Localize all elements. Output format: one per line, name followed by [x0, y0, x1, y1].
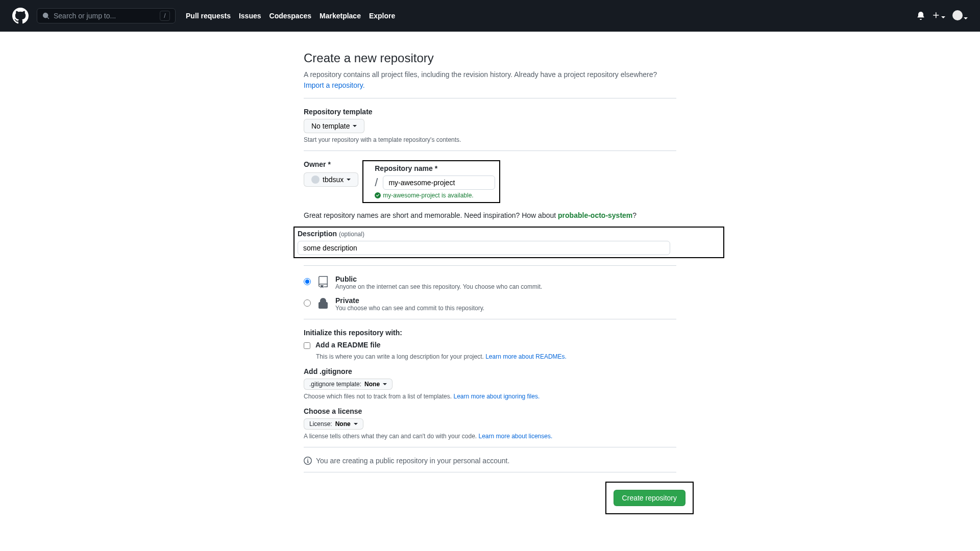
info-message: You are creating a public repository in … — [304, 457, 676, 465]
user-menu[interactable] — [952, 10, 968, 22]
bell-icon[interactable] — [917, 12, 925, 20]
gitignore-learn-link[interactable]: Learn more about ignoring files. — [453, 393, 540, 400]
license-select[interactable]: License: None — [304, 418, 363, 430]
divider — [304, 265, 676, 266]
init-heading: Initialize this repository with: — [304, 329, 676, 337]
owner-label: Owner * — [304, 160, 358, 168]
nav-links: Pull requests Issues Codespaces Marketpl… — [186, 12, 395, 20]
license-label: Choose a license — [304, 407, 676, 415]
name-suggestion[interactable]: probable-octo-system — [558, 211, 632, 219]
lock-icon — [317, 297, 329, 310]
license-note: A license tells others what they can and… — [304, 433, 676, 440]
license-learn-link[interactable]: Learn more about licenses. — [479, 433, 553, 440]
plus-icon — [932, 11, 940, 19]
template-select[interactable]: No template — [304, 119, 364, 133]
owner-select[interactable]: tbdsux — [304, 172, 358, 187]
action-row: Create repository — [304, 482, 694, 514]
readme-group: Add a README file This is where you can … — [304, 341, 676, 360]
slash-separator: / — [375, 176, 378, 189]
check-circle-icon — [375, 192, 381, 198]
visibility-private: Private You choose who can see and commi… — [304, 296, 676, 312]
owner-repo-row: Owner * tbdsux Repository name * / my-aw… — [304, 160, 676, 203]
public-radio[interactable] — [304, 278, 311, 285]
header-right — [917, 10, 968, 22]
license-group: Choose a license License: None A license… — [304, 407, 676, 440]
repo-icon — [317, 276, 329, 288]
divider — [304, 98, 676, 98]
nav-pull-requests[interactable]: Pull requests — [186, 12, 231, 20]
readme-desc: This is where you can write a long descr… — [316, 353, 676, 360]
readme-learn-link[interactable]: Learn more about READMEs. — [485, 353, 567, 360]
repo-name-input[interactable] — [383, 176, 495, 190]
info-icon — [304, 457, 312, 465]
private-desc: You choose who can see and commit to thi… — [335, 305, 484, 312]
divider — [304, 472, 676, 472]
caret-down-icon — [347, 179, 351, 181]
divider — [304, 151, 676, 151]
slash-key-icon: / — [160, 11, 170, 21]
main-content: Create a new repository A repository con… — [304, 32, 676, 514]
create-repository-button[interactable]: Create repository — [614, 490, 685, 506]
caret-down-icon — [383, 383, 387, 385]
gitignore-select[interactable]: .gitignore template: None — [304, 379, 393, 390]
template-group: Repository template No template Start yo… — [304, 108, 676, 143]
top-nav: Search or jump to... / Pull requests Iss… — [0, 0, 980, 32]
public-desc: Anyone on the internet can see this repo… — [335, 283, 542, 290]
readme-checkbox[interactable] — [304, 342, 310, 349]
public-title: Public — [335, 275, 542, 283]
description-label: Description (optional) — [298, 230, 720, 238]
divider — [304, 319, 676, 319]
page-title: Create a new repository — [304, 51, 676, 65]
private-radio[interactable] — [304, 299, 311, 307]
submit-highlight: Create repository — [605, 482, 694, 514]
nav-marketplace[interactable]: Marketplace — [320, 12, 361, 20]
repo-name-highlight: Repository name * / my-awesome-project i… — [362, 160, 500, 203]
repo-name-label: Repository name * — [375, 164, 495, 172]
availability-message: my-awesome-project is available. — [375, 192, 495, 199]
search-placeholder: Search or jump to... — [54, 12, 160, 20]
caret-down-icon — [353, 125, 357, 127]
divider — [304, 447, 676, 447]
readme-label: Add a README file — [315, 341, 381, 349]
caret-down-icon — [354, 423, 358, 425]
github-logo-icon[interactable] — [12, 8, 29, 24]
private-title: Private — [335, 296, 484, 305]
visibility-public: Public Anyone on the internet can see th… — [304, 275, 676, 290]
caret-down-icon — [964, 17, 968, 19]
template-note: Start your repository with a template re… — [304, 136, 676, 143]
import-repo-link[interactable]: Import a repository. — [304, 81, 365, 89]
gitignore-group: Add .gitignore .gitignore template: None… — [304, 367, 676, 400]
page-subtitle: A repository contains all project files,… — [304, 69, 676, 91]
search-icon — [42, 12, 50, 19]
gitignore-label: Add .gitignore — [304, 367, 676, 375]
nav-issues[interactable]: Issues — [239, 12, 261, 20]
template-label: Repository template — [304, 108, 676, 116]
gitignore-note: Choose which files not to track from a l… — [304, 393, 676, 400]
avatar-icon — [952, 10, 963, 20]
description-input[interactable] — [298, 241, 670, 255]
nav-explore[interactable]: Explore — [369, 12, 395, 20]
search-input[interactable]: Search or jump to... / — [37, 8, 176, 23]
caret-down-icon — [941, 16, 945, 18]
owner-avatar-icon — [311, 176, 320, 184]
inspire-text: Great repository names are short and mem… — [304, 211, 676, 219]
nav-codespaces[interactable]: Codespaces — [270, 12, 311, 20]
description-highlight: Description (optional) — [293, 227, 724, 258]
add-menu[interactable] — [932, 11, 945, 21]
